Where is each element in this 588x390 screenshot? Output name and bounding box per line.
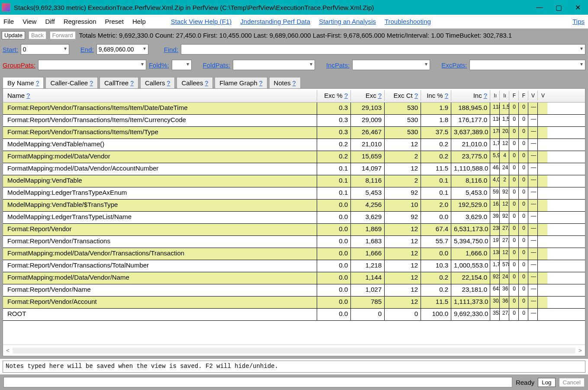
help-icon[interactable]: ? [130, 80, 134, 87]
tab-label: Notes [274, 79, 291, 87]
find-label[interactable]: Find: [164, 46, 178, 53]
tab-caller-callee[interactable]: Caller-Callee ? [45, 77, 98, 88]
col-exc[interactable]: Exc? [351, 90, 385, 101]
find-input[interactable] [181, 44, 585, 55]
totals-text: Totals Metric: 9,692,330.0 Count: 27,450… [79, 32, 512, 39]
scroll-left-icon[interactable]: < [3, 347, 13, 354]
table-row[interactable]: ModelMapping:VendTable/$TransType0.04,25… [3, 200, 585, 212]
tab-label: Flame Graph [219, 79, 257, 87]
table-row[interactable]: FormatMapping:model/Data/Vendor/Transact… [3, 248, 585, 260]
status-input[interactable] [3, 377, 512, 387]
menu-file[interactable]: File [3, 18, 14, 25]
table-header: Name? Exc %? Exc? Exc Ct? Inc %? Inc? Iı… [3, 89, 585, 103]
link-stack-view-help[interactable]: Stack View Help (F1) [171, 18, 232, 25]
update-button[interactable]: Update [2, 31, 25, 39]
start-label[interactable]: Start: [3, 46, 18, 53]
incpats-label[interactable]: IncPats: [326, 61, 350, 69]
start-input[interactable] [21, 44, 69, 55]
table-row[interactable]: ROOT0.000100.09,692,330.035327,00— [3, 309, 585, 321]
maximize-button[interactable]: ▢ [555, 3, 562, 12]
tab-label: Caller-Callee [50, 79, 88, 87]
tab-callees[interactable]: Callees ? [177, 77, 213, 88]
table-row[interactable]: Format:Report/Vendor/Transactions/Items/… [3, 115, 585, 127]
tab-bar: By Name ? Caller-Callee ? CallTree ? Cal… [0, 73, 588, 88]
menu-preset[interactable]: Preset [105, 18, 124, 25]
window-title: Stacks(9,692,330 metric) ExecutionTrace.… [14, 4, 536, 11]
end-input[interactable] [96, 44, 148, 55]
notes-box[interactable]: Notes typed here will be saved when the … [3, 361, 585, 373]
col-exc-ct[interactable]: Exc Ct? [385, 90, 421, 101]
link-tips[interactable]: Tips [572, 18, 585, 25]
table-row[interactable]: FormatMapping:model/Data/Vendor0.215,659… [3, 151, 585, 163]
end-label[interactable]: End: [80, 46, 94, 53]
table-row[interactable]: FormatMapping:model/Data/Vendor/AccountN… [3, 163, 585, 175]
table-row[interactable]: Format:Report/Vendor/Transactions/Items/… [3, 103, 585, 115]
menu-help[interactable]: Help [132, 18, 146, 25]
menu-diff[interactable]: Diff [45, 18, 55, 25]
scroll-right-icon[interactable]: > [575, 347, 585, 354]
table-row[interactable]: Format:Report/Vendor/Name0.01,027120.223… [3, 284, 585, 297]
tab-by-name[interactable]: By Name ? [3, 77, 44, 88]
menu-bar: File View Diff Regression Preset Help St… [0, 15, 588, 29]
col-inc-pct[interactable]: Inc %? [421, 90, 451, 101]
col-x2[interactable]: Iı [500, 91, 509, 100]
menu-regression[interactable]: Regression [64, 18, 96, 25]
tab-calltree[interactable]: CallTree ? [100, 77, 138, 88]
link-troubleshooting[interactable]: Troubleshooting [385, 18, 431, 25]
close-button[interactable]: ✕ [574, 3, 581, 12]
forward-button[interactable]: Forward [50, 31, 76, 39]
back-button[interactable]: Back [29, 31, 46, 39]
horizontal-scrollbar[interactable]: < > [3, 345, 585, 356]
table-row[interactable]: Format:Report/Vendor/Transactions0.01,68… [3, 236, 585, 248]
help-icon[interactable]: ? [259, 80, 263, 87]
help-icon[interactable]: ? [36, 80, 39, 87]
tab-notes[interactable]: Notes ? [269, 77, 301, 88]
col-inc[interactable]: Inc? [451, 90, 490, 101]
cancel-button[interactable]: Cancel [559, 378, 585, 387]
table-row[interactable]: FormatMapping:model/Data/Vendor/Name0.01… [3, 272, 585, 284]
table-row[interactable]: Format:Report/Vendor/Transactions/Items/… [3, 127, 585, 139]
incpats-input[interactable] [352, 60, 430, 70]
tab-label: CallTree [104, 79, 129, 87]
table-row[interactable]: ModelMapping:LedgerTransTypeAxEnum0.15,4… [3, 187, 585, 200]
tab-callers[interactable]: Callers ? [140, 77, 175, 88]
link-starting-analysis[interactable]: Starting an Analysis [319, 18, 376, 25]
tab-flame-graph[interactable]: Flame Graph ? [215, 77, 267, 88]
foldpats-label[interactable]: FoldPats: [203, 61, 230, 69]
table-container: Name? Exc %? Exc? Exc Ct? Inc %? Inc? Iı… [0, 88, 588, 359]
grouppats-label[interactable]: GroupPats: [3, 61, 35, 69]
tab-label: By Name [7, 79, 34, 87]
col-x6[interactable]: V [538, 91, 547, 100]
table-row[interactable]: ModelMapping:VendTable/name()0.221,01012… [3, 139, 585, 151]
col-name[interactable]: Name? [3, 90, 317, 101]
help-icon[interactable]: ? [205, 80, 208, 87]
excpats-label[interactable]: ExcPats: [441, 61, 467, 69]
col-x5[interactable]: V [528, 91, 538, 100]
link-understanding-perf[interactable]: Jnderstanding Perf Data [240, 18, 310, 25]
table-row[interactable]: Format:Report/Vendor0.01,8691267.46,531,… [3, 224, 585, 236]
table-row[interactable]: Format:Report/Vendor/Account0.07851211.5… [3, 297, 585, 309]
foldpats-input[interactable] [233, 60, 315, 70]
app-icon [2, 3, 10, 12]
col-x1[interactable]: Iı [490, 91, 500, 100]
help-icon[interactable]: ? [90, 80, 93, 87]
table-row[interactable]: ModelMapping:LedgerTransTypeList/Name0.0… [3, 212, 585, 224]
col-x4[interactable]: F [519, 91, 528, 100]
table-row[interactable]: Format:Report/Vendor/Transactions/TotalN… [3, 260, 585, 272]
table-body[interactable]: Format:Report/Vendor/Transactions/Items/… [3, 103, 585, 345]
col-exc-pct[interactable]: Exc %? [317, 90, 351, 101]
log-button[interactable]: Log [538, 378, 555, 387]
table-row[interactable]: ModelMapping:VendTable0.18,11620.18,116.… [3, 175, 585, 187]
foldpct-input[interactable] [172, 60, 192, 70]
excpats-input[interactable] [469, 60, 585, 70]
menu-view[interactable]: View [22, 18, 36, 25]
help-icon[interactable]: ? [167, 80, 170, 87]
status-bar: Ready Log Cancel [0, 374, 588, 390]
help-icon[interactable]: ? [292, 80, 296, 87]
grouppats-input[interactable] [38, 60, 146, 70]
status-ready: Ready [516, 379, 534, 386]
foldpct-label[interactable]: Fold%: [149, 61, 169, 69]
col-x3[interactable]: F [509, 91, 519, 100]
tab-label: Callees [181, 79, 203, 87]
minimize-button[interactable]: — [536, 3, 543, 12]
